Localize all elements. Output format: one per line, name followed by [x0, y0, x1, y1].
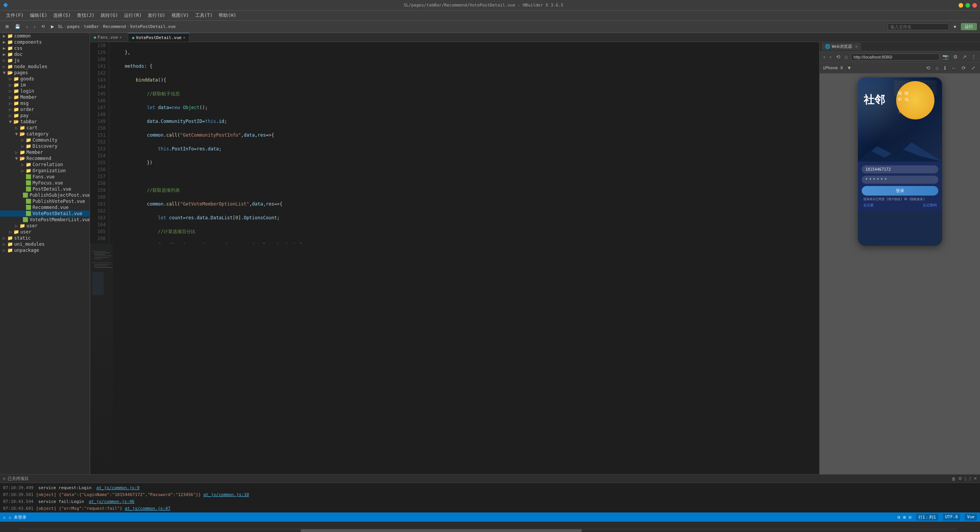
console-scroll-btn[interactable]: ⤵	[964, 477, 967, 481]
log-link-2[interactable]: at_js/common.js:10	[203, 492, 249, 497]
menu-tools[interactable]: 工具(T)	[192, 11, 216, 20]
tree-item-components[interactable]: ▶ 📁 components	[0, 39, 90, 45]
menu-find[interactable]: 查找(J)	[74, 11, 98, 20]
toolbar-run-btn[interactable]: ▶	[49, 23, 56, 30]
tree-item-organization[interactable]: ▷ 📁 Organization	[0, 168, 90, 174]
tab-close[interactable]: ×	[119, 35, 122, 39]
browser-url-input[interactable]: http://localhost:8080/	[851, 54, 939, 60]
menu-select[interactable]: 选择(S)	[50, 11, 74, 20]
tree-item-category[interactable]: ▼ 📂 category	[0, 131, 90, 137]
tree-item-static[interactable]: ▷ 📁 static	[0, 235, 90, 241]
device-home-btn[interactable]: ⌂	[934, 64, 940, 72]
minimize-button[interactable]	[959, 3, 963, 8]
folder-icon: 📁	[13, 82, 19, 88]
toolbar-debug[interactable]: ⟲	[39, 23, 47, 30]
tree-item-js[interactable]: ▷ 📁 js	[0, 57, 90, 64]
tree-item-unpackage[interactable]: ▷ 📁 unpackage	[0, 247, 90, 253]
tree-item-node-modules[interactable]: ▷ 📁 node_modules	[0, 64, 90, 70]
log-link-3[interactable]: at_js/common.js:46	[89, 499, 134, 504]
tree-item-user2[interactable]: ▷ 📁 user	[0, 229, 90, 235]
console-close-btn[interactable]: ✕	[973, 476, 977, 481]
tree-item-postdetail-vue[interactable]: ▷ 🟩 PostDetail.vue	[0, 186, 90, 192]
browser-devtools-btn[interactable]: ⚙	[952, 53, 959, 60]
menu-run[interactable]: 运行(R)	[121, 11, 145, 20]
browser-screenshot-btn[interactable]: 📷	[941, 53, 950, 60]
tree-item-order[interactable]: ▷ 📁 order	[0, 106, 90, 113]
log-link-1[interactable]: at_js/common.js:9	[96, 485, 140, 490]
browser-open-btn[interactable]: ↗	[961, 53, 968, 60]
tree-item-doc[interactable]: ▶ 📁 doc	[0, 51, 90, 57]
browser-refresh-btn[interactable]: ⟲	[835, 53, 842, 60]
toolbar-icon-btn-1[interactable]: ⊞	[3, 23, 11, 30]
device-back-btn[interactable]: ←	[950, 64, 958, 72]
tree-item-pages[interactable]: ▼ 📂 pages	[0, 70, 90, 76]
tree-item-css[interactable]: ▶ 📁 css	[0, 45, 90, 51]
browser-home-btn[interactable]: ⌂	[843, 53, 849, 60]
tree-item-cart[interactable]: ▷ 📁 cart	[0, 125, 90, 131]
menu-publish[interactable]: 发行(U)	[145, 11, 168, 20]
log-link-4[interactable]: at_js/common.js:47	[125, 506, 170, 511]
tab-votepostdetail-vue[interactable]: ● VotePostDetail.vue ×	[128, 33, 189, 42]
tab-close-active[interactable]: ×	[183, 36, 185, 40]
tab-fans-vue[interactable]: ● Fans.vue ×	[90, 33, 128, 42]
browser-settings-btn[interactable]: ⋮	[970, 53, 978, 60]
maximize-button[interactable]	[965, 3, 970, 8]
browser-tab-close[interactable]: ×	[855, 44, 858, 49]
app-login-button[interactable]: 登录	[862, 186, 938, 196]
tree-item-votepostmemberlist-vue[interactable]: ▷ 🟩 VotePostMemberList.vue	[0, 217, 90, 223]
search-input[interactable]	[888, 23, 949, 30]
console-scroll-up-btn[interactable]: ⤴	[969, 477, 971, 481]
menu-help[interactable]: 帮助(H)	[216, 11, 239, 20]
browser-tab-web[interactable]: 🌐 Web浏览器 ×	[822, 43, 861, 50]
device-rotate-btn[interactable]: ⟲	[924, 64, 932, 72]
toolbar-icon-btn-2[interactable]: 💾	[13, 23, 23, 30]
tree-item-recommend-vue[interactable]: ▷ 🟩 Recommend.vue	[0, 204, 90, 211]
console-settings-btn[interactable]: ⚙	[958, 476, 962, 481]
tree-item-common[interactable]: ▶ 📁 common	[0, 33, 90, 39]
window-controls[interactable]	[959, 3, 977, 8]
tree-item-publishsubjectpost-vue[interactable]: ▷ 🟩 PublishSubjectPost.vue	[0, 192, 90, 198]
go-register-link[interactable]: 去注册	[863, 203, 874, 208]
tree-item-publishvotepost-vue[interactable]: ▷ 🟩 PublishVotePost.vue	[0, 198, 90, 204]
browser-back-btn[interactable]: ‹	[822, 53, 826, 60]
tree-item-im[interactable]: ▷ 📁 im	[0, 82, 90, 88]
toolbar-back[interactable]: ‹	[24, 24, 30, 30]
device-refresh-btn[interactable]: ⟳	[960, 64, 967, 72]
app-phone-input[interactable]: 18154467172	[862, 165, 938, 173]
tree-item-votepostdetail-vue[interactable]: ▷ 🟩 VotePostDetail.vue	[0, 211, 90, 217]
tree-item-login[interactable]: ▷ 📁 login	[0, 88, 90, 94]
device-select-btn[interactable]: ▼	[845, 64, 853, 72]
browser-forward-btn[interactable]: ›	[828, 53, 833, 60]
tree-item-community[interactable]: ▷ 📁 Community	[0, 137, 90, 143]
tree-arrow: ▶	[2, 46, 7, 51]
menu-jump[interactable]: 跳转(G)	[98, 11, 121, 20]
code-content[interactable]: }, methods: { binddata(){ //获取帖子信息 let d…	[109, 42, 819, 243]
tree-item-member[interactable]: ▷ 📁 Member	[0, 94, 90, 100]
app-password-input[interactable]: ******	[862, 176, 938, 184]
device-share-btn[interactable]: ⤢	[970, 64, 977, 72]
tree-item-fans-vue[interactable]: ▷ 🟩 Fans.vue	[0, 174, 90, 180]
close-button[interactable]	[972, 3, 977, 8]
tree-item-uni-modules[interactable]: ▷ 📁 uni_modules	[0, 241, 90, 247]
menu-view[interactable]: 视图(V)	[168, 11, 192, 20]
tree-item-correlation[interactable]: ▷ 📁 Correlation	[0, 162, 90, 168]
menu-edit[interactable]: 编辑(E)	[27, 11, 51, 20]
editor-content[interactable]: 138 139 140 141 142 143 144 145 146 147 …	[90, 42, 819, 243]
forgot-password-link[interactable]: 忘记密码	[923, 203, 937, 208]
tree-item-msg[interactable]: ▷ 📁 msg	[0, 100, 90, 106]
run-project-btn[interactable]: 运行	[961, 23, 977, 30]
menu-file[interactable]: 文件(F)	[3, 11, 27, 20]
console-clear-btn[interactable]: 🗑	[952, 477, 956, 481]
tree-item-myfocus-vue[interactable]: ▷ 🟩 MyFocus.vue	[0, 180, 90, 186]
tree-item-tabbar[interactable]: ▼ 📂 tabBar	[0, 119, 90, 125]
tree-item-goods[interactable]: ▷ 📁 goods	[0, 76, 90, 82]
filter-btn[interactable]: ▼	[951, 24, 959, 30]
tree-item-discovery[interactable]: ▷ 📁 Discovery	[0, 143, 90, 149]
tree-item-recommend[interactable]: ▼ 📂 Recommend	[0, 155, 90, 162]
tree-item-pay[interactable]: ▷ 📁 pay	[0, 113, 90, 119]
tree-item-member2[interactable]: ▷ 📁 Member	[0, 149, 90, 155]
device-info-btn[interactable]: ℹ	[942, 64, 947, 72]
toolbar-forward[interactable]: ›	[32, 24, 38, 30]
register-link[interactable]: 登录表示已同意 (用户协议) 和 (隐私政策)	[863, 197, 925, 201]
tree-item-user[interactable]: ▷ 📁 user	[0, 223, 90, 229]
